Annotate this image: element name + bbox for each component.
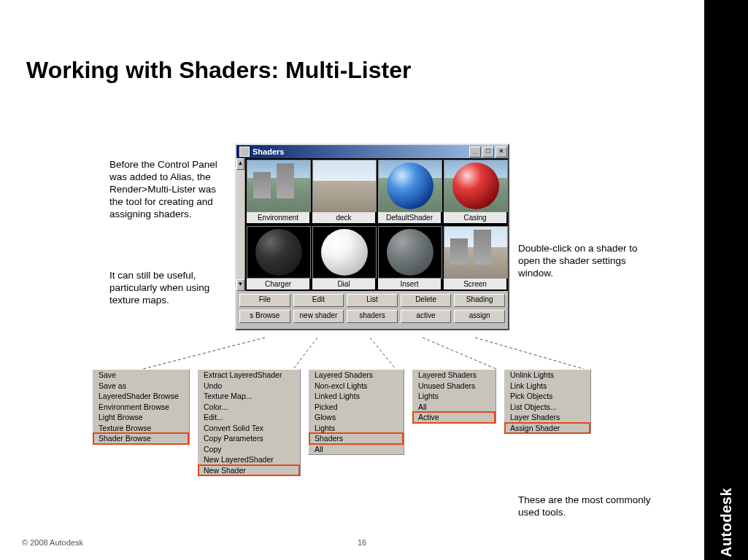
- file-button[interactable]: File: [239, 294, 290, 307]
- brand-logo: Autodesk: [718, 488, 735, 557]
- maximize-button[interactable]: □: [482, 147, 494, 158]
- swatch-label: DefaultShader: [378, 212, 441, 223]
- copyright: © 2008 Autodesk: [22, 538, 83, 547]
- menu-item[interactable]: Environment Browse: [93, 402, 189, 413]
- menu-item[interactable]: Copy Parameters: [198, 433, 300, 444]
- menu-item[interactable]: Layered Shaders: [309, 370, 404, 381]
- shader-scrollbar[interactable]: ▲ ▼: [236, 158, 245, 291]
- menu-item[interactable]: Save as: [93, 381, 189, 392]
- menu-item[interactable]: Edit...: [198, 412, 300, 423]
- menu-item-highlighted[interactable]: Active: [412, 411, 496, 424]
- menu-item-highlighted[interactable]: Shaders: [309, 432, 404, 445]
- menu-row: SaveSave asLayeredShader BrowseEnvironme…: [92, 369, 668, 476]
- menu-item[interactable]: List Objects...: [504, 402, 590, 413]
- shader-swatch-dial[interactable]: Dial: [311, 225, 377, 291]
- dropdown-menu-1: Extract LayeredShaderUndoTexture Map...C…: [197, 369, 301, 476]
- shader-swatch-charger[interactable]: Charger: [245, 225, 311, 291]
- swatch-label: deck: [312, 212, 375, 223]
- scroll-down-icon[interactable]: ▼: [236, 279, 244, 291]
- dropdown-menu-4: Unlink LightsLink LightsPick ObjectsList…: [504, 369, 591, 434]
- menu-item[interactable]: Convert Solid Tex: [198, 423, 300, 434]
- brand-strip: Autodesk: [704, 0, 748, 560]
- shaders-window: Shaders _ □ × ▲ ▼ Environment: [235, 144, 509, 330]
- close-button[interactable]: ×: [496, 147, 507, 158]
- menu-item[interactable]: Pick Objects: [504, 391, 590, 402]
- menu-item[interactable]: Lights: [412, 391, 496, 402]
- menu-item-highlighted[interactable]: Assign Shader: [504, 422, 590, 435]
- svg-line-4: [475, 338, 584, 369]
- window-title: Shaders: [252, 147, 284, 156]
- menu-item[interactable]: Layer Shaders: [504, 412, 590, 423]
- page-number: 16: [358, 538, 366, 547]
- swatch-label: Casing: [444, 212, 506, 223]
- shaders-button[interactable]: shaders: [347, 310, 398, 323]
- menu-item-highlighted[interactable]: New Shader: [198, 464, 300, 477]
- button-row-1: File Edit List Delete Shading: [239, 294, 505, 307]
- dropdown-menu-2: Layered ShadersNon-excl LightsLinked Lig…: [308, 369, 404, 455]
- menu-item-highlighted[interactable]: Shader Browse: [93, 432, 189, 445]
- menu-item[interactable]: Save: [93, 370, 189, 381]
- edit-button[interactable]: Edit: [293, 294, 344, 307]
- menu-item[interactable]: LayeredShader Browse: [93, 391, 189, 402]
- list-button[interactable]: List: [347, 294, 398, 307]
- callout-common-tools: These are the most commonly used tools.: [518, 494, 664, 519]
- menu-item[interactable]: Light Browse: [93, 412, 189, 423]
- menu-item[interactable]: Lights: [309, 423, 404, 434]
- minimize-button[interactable]: _: [469, 147, 481, 158]
- callout-double-click: Double-click on a shader to open the sha…: [518, 243, 642, 280]
- swatch-label: Charger: [247, 279, 309, 289]
- intro-paragraph-1: Before the Control Panel was added to Al…: [109, 159, 223, 220]
- shading-button[interactable]: Shading: [454, 294, 505, 307]
- slide-area: Working with Shaders: Multi-Lister Befor…: [0, 0, 704, 560]
- menu-item[interactable]: Undo: [198, 381, 300, 392]
- delete-button[interactable]: Delete: [401, 294, 452, 307]
- menu-item[interactable]: New LayeredShader: [198, 454, 300, 465]
- menu-item[interactable]: All: [309, 444, 404, 455]
- svg-line-0: [143, 338, 265, 369]
- svg-line-1: [293, 338, 317, 369]
- shader-swatch-insert[interactable]: Insert: [377, 225, 442, 291]
- shader-swatch-default[interactable]: DefaultShader: [377, 158, 442, 225]
- svg-line-3: [423, 338, 496, 369]
- menu-item[interactable]: Texture Browse: [93, 423, 189, 434]
- shader-swatch-deck[interactable]: deck: [311, 158, 377, 225]
- button-row-2: s Browse new shader shaders active assig…: [239, 310, 505, 323]
- menu-item[interactable]: Glows: [309, 412, 404, 423]
- menu-item[interactable]: Link Lights: [504, 381, 590, 392]
- menu-item[interactable]: Extract LayeredShader: [198, 370, 300, 381]
- shader-swatch-environment[interactable]: Environment: [245, 158, 311, 225]
- menu-item[interactable]: Texture Map...: [198, 391, 300, 402]
- window-titlebar[interactable]: Shaders _ □ ×: [236, 145, 508, 158]
- menu-item[interactable]: Unused Shaders: [412, 381, 496, 392]
- assign-button[interactable]: assign: [454, 310, 505, 323]
- intro-paragraph-2: It can still be useful, particularly whe…: [109, 270, 223, 307]
- menu-item[interactable]: Linked Lights: [309, 391, 404, 402]
- menu-item[interactable]: Layered Shaders: [412, 370, 496, 381]
- active-button[interactable]: active: [401, 310, 452, 323]
- shader-swatch-screen[interactable]: Screen: [442, 225, 508, 291]
- swatch-label: Screen: [444, 279, 506, 289]
- swatch-label: Dial: [312, 279, 375, 289]
- newshader-button[interactable]: new shader: [293, 310, 344, 323]
- dropdown-menu-0: SaveSave asLayeredShader BrowseEnvironme…: [92, 369, 190, 445]
- page-title: Working with Shaders: Multi-Lister: [26, 57, 411, 84]
- menu-item[interactable]: All: [412, 402, 496, 413]
- menu-item[interactable]: Color...: [198, 402, 300, 413]
- menu-item[interactable]: Picked: [309, 402, 404, 413]
- scroll-up-icon[interactable]: ▲: [236, 158, 244, 170]
- menu-item[interactable]: Unlink Lights: [504, 370, 590, 381]
- swatch-label: Insert: [378, 279, 441, 289]
- sbrowse-button[interactable]: s Browse: [239, 310, 290, 323]
- svg-line-2: [370, 338, 396, 369]
- menu-item[interactable]: Non-excl Lights: [309, 381, 404, 392]
- system-menu-icon[interactable]: [239, 147, 250, 157]
- menu-item[interactable]: Copy: [198, 444, 300, 455]
- shader-swatch-casing[interactable]: Casing: [442, 158, 508, 225]
- swatch-label: Environment: [247, 212, 309, 223]
- dropdown-menu-3: Layered ShadersUnused ShadersLightsAllAc…: [412, 369, 496, 424]
